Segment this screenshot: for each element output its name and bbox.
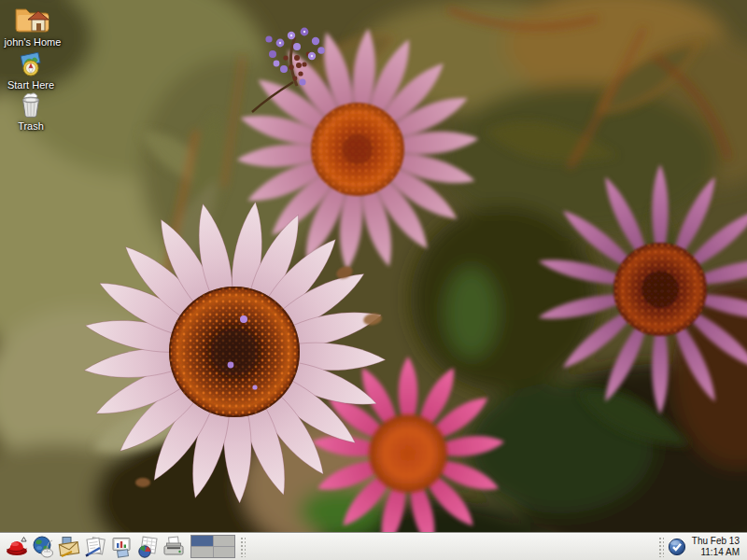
taskbar-panel: Thu Feb 13 11:14 AM — [0, 532, 747, 560]
clock-date: Thu Feb 13 — [692, 536, 740, 547]
launcher-presentation[interactable] — [108, 534, 134, 559]
panel-launchers — [0, 534, 248, 559]
update-notifier-button[interactable] — [667, 537, 687, 557]
launcher-web-browser[interactable] — [30, 534, 55, 559]
word-processor-icon — [83, 535, 107, 559]
spreadsheet-icon — [135, 535, 160, 559]
clock[interactable]: Thu Feb 13 11:14 AM — [687, 536, 744, 557]
launcher-printer[interactable] — [161, 534, 186, 559]
clock-time: 11:14 AM — [692, 547, 740, 558]
desktop-icon-trash[interactable]: Trash — [0, 92, 62, 132]
update-check-icon — [668, 538, 686, 556]
desktop-icon-label: john's Home — [5, 36, 62, 48]
workspace-cell-2[interactable] — [214, 536, 235, 546]
start-here-icon — [17, 52, 45, 77]
wallpaper-image — [0, 0, 747, 560]
workspace-switcher — [190, 535, 235, 558]
panel-notification-area: Thu Feb 13 11:14 AM — [655, 536, 747, 557]
launcher-word-processor[interactable] — [82, 534, 107, 559]
printer-icon — [162, 535, 186, 559]
launcher-email[interactable] — [56, 534, 81, 559]
launcher-spreadsheet[interactable] — [134, 534, 160, 559]
desktop-icon-johns-home[interactable]: john's Home — [2, 5, 63, 48]
home-folder-icon — [14, 5, 51, 34]
workspace-cell-1[interactable] — [191, 536, 213, 546]
desktop-icon-start-here[interactable]: Start Here — [0, 52, 62, 91]
red-hat-menu-icon — [5, 535, 29, 559]
email-icon — [57, 535, 81, 559]
workspace-cell-4[interactable] — [214, 547, 235, 557]
desktop-icon-label: Trash — [18, 120, 44, 132]
presentation-icon — [109, 535, 134, 559]
trash-icon — [19, 92, 43, 118]
panel-handle-left[interactable] — [239, 536, 246, 557]
workspace-cell-3[interactable] — [191, 547, 213, 557]
desktop-icon-label: Start Here — [7, 79, 54, 91]
panel-handle-right[interactable] — [657, 536, 664, 557]
desktop[interactable]: john's Home Start Here Trash — [0, 0, 747, 560]
launcher-main-menu[interactable] — [4, 534, 29, 559]
web-browser-icon — [31, 535, 55, 559]
